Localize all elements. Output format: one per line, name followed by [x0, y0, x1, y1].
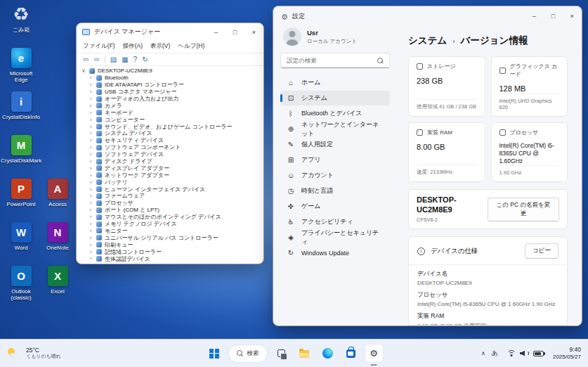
settings-searchbox[interactable] — [280, 53, 390, 68]
sidebar-item-accessibility[interactable]: ♿アクセシビリティ — [280, 214, 390, 229]
chevron-right-icon[interactable]: › — [88, 207, 93, 213]
chevron-right-icon[interactable]: › — [88, 103, 93, 109]
desktop-icon-word[interactable]: WWord — [4, 222, 38, 251]
sidebar-item-label: Bluetooth とデバイス — [301, 109, 362, 118]
device-manager-app-icon — [82, 29, 90, 35]
desktop-icon-onenote[interactable]: NOneNote — [41, 222, 74, 251]
chevron-right-icon[interactable]: › — [88, 193, 93, 199]
devmgr-close-button[interactable]: × — [244, 23, 263, 41]
desktop-icon-label: ごみ箱 — [13, 27, 30, 33]
device-tree-item[interactable]: ›生体認証デバイス — [81, 255, 259, 262]
sidebar-item-time-language[interactable]: ◷時刻と言語 — [280, 184, 390, 198]
settings-minimize-button[interactable]: – — [525, 6, 544, 26]
settings-app-icon — [281, 10, 288, 22]
chevron-right-icon[interactable]: › — [88, 172, 93, 179]
chevron-right-icon[interactable]: › — [88, 214, 93, 220]
taskbar-store-button[interactable] — [341, 344, 360, 363]
account-row[interactable]: Usr ローカル アカウント — [280, 26, 390, 53]
powerpoint-icon: P — [11, 179, 32, 199]
menubar-item-2[interactable]: 表示(V) — [150, 42, 170, 51]
chevron-right-icon[interactable]: › — [88, 242, 93, 248]
chevron-right-icon[interactable]: › — [88, 200, 93, 206]
desktop-icon-edge[interactable]: eMicrosoft Edge — [4, 48, 38, 83]
sidebar-item-system[interactable]: ⊡システム — [280, 91, 390, 105]
taskbar-edge-button[interactable] — [318, 344, 337, 363]
chevron-right-icon[interactable]: › — [88, 228, 93, 234]
sidebar-item-home[interactable]: ⌂ホーム — [280, 75, 390, 90]
taskbar-file-explorer-button[interactable] — [295, 344, 314, 363]
chevron-right-icon[interactable]: › — [88, 235, 93, 241]
settings-maximize-button[interactable]: □ — [544, 6, 563, 26]
desktop-icon-crystaldiskmark[interactable]: MCrystalDiskMark — [4, 135, 38, 164]
taskbar-center: 検索⚙ — [205, 340, 384, 367]
chevron-right-icon[interactable]: › — [88, 89, 93, 95]
help-icon[interactable]: ? — [133, 56, 138, 63]
about-card-storage: ストレージ238 GB使用領域 41 GB / 238 GB — [408, 56, 485, 117]
sidebar-item-apps[interactable]: ⊞アプリ — [280, 153, 390, 167]
sidebar-item-privacy-security[interactable]: ◈プライバシーとセキュリティ — [280, 230, 390, 245]
device-manager-titlebar[interactable]: デバイス マネージャー – □ × — [77, 23, 263, 41]
devmgr-maximize-button[interactable]: □ — [226, 23, 244, 41]
desktop-icon-excel[interactable]: XExcel — [41, 266, 74, 295]
device-spec-header[interactable]: デバイスの仕様 コピー — [417, 243, 558, 259]
chevron-right-icon[interactable]: › — [88, 255, 93, 262]
chevron-right-icon[interactable]: › — [88, 179, 93, 186]
taskbar-settings-button[interactable]: ⚙ — [365, 344, 384, 363]
menubar-item-0[interactable]: ファイル(F) — [83, 42, 115, 51]
chevron-right-icon[interactable]: › — [88, 82, 93, 88]
chevron-right-icon[interactable]: › — [88, 249, 93, 255]
breadcrumb-parent[interactable]: システム — [408, 34, 447, 47]
chevron-right-icon[interactable]: › — [88, 124, 93, 130]
desktop-icon-powerpoint[interactable]: PPowerPoint — [4, 179, 38, 207]
taskbar-start-button[interactable] — [205, 344, 224, 363]
expander-down-icon[interactable]: ∨ — [81, 67, 86, 74]
desktop-icon-label: Microsoft Edge — [4, 70, 38, 83]
properties-icon[interactable]: ▦ — [122, 56, 128, 63]
tray-chevron-up-icon[interactable]: ∧ — [481, 350, 485, 356]
taskbar-clock[interactable]: 9:402025/05/27 — [553, 346, 581, 361]
documentation-icon[interactable]: ▤ — [110, 56, 117, 63]
chevron-right-icon[interactable]: › — [88, 110, 93, 116]
settings-close-button[interactable]: × — [563, 6, 582, 26]
settings-titlebar[interactable]: 設定 – □ × — [273, 6, 582, 26]
chevron-right-icon[interactable]: › — [88, 151, 93, 157]
desktop-icon-outlook[interactable]: OOutlook (classic) — [4, 266, 38, 301]
tray-status-icons[interactable] — [504, 347, 547, 361]
chevron-right-icon[interactable]: › — [88, 137, 93, 143]
sidebar-item-windows-update[interactable]: ↻Windows Update — [280, 245, 390, 260]
chevron-right-icon[interactable]: › — [88, 130, 93, 136]
chevron-right-icon[interactable]: › — [88, 75, 93, 81]
about-card-processor: プロセッサIntel(R) Core(TM) i5-8365U CPU @ 1.… — [491, 122, 568, 182]
sidebar-item-network-internet[interactable]: ⊕ネットワークとインターネット — [280, 122, 390, 136]
chevron-right-icon[interactable]: › — [88, 165, 93, 172]
desktop-icon-access[interactable]: AAccess — [41, 179, 74, 207]
chevron-right-icon[interactable]: › — [88, 117, 93, 123]
desktop-icon-crystaldiskinfo[interactable]: iCrystalDiskInfo — [4, 91, 38, 120]
ime-indicator[interactable]: あ — [492, 349, 498, 358]
chevron-right-icon[interactable]: › — [88, 158, 93, 165]
rename-pc-button[interactable]: この PC の名前を変更 — [488, 198, 559, 221]
sidebar-item-accounts[interactable]: ☺アカウント — [280, 168, 390, 183]
menubar-item-1[interactable]: 操作(A) — [123, 42, 143, 51]
settings-search-input[interactable] — [287, 57, 377, 64]
back-icon[interactable]: ⇦ — [83, 56, 89, 63]
chevron-right-icon[interactable]: › — [88, 186, 93, 193]
sidebar-item-gaming[interactable]: ✜ゲーム — [280, 199, 390, 214]
menubar-item-3[interactable]: ヘルプ(H) — [178, 42, 204, 51]
copy-button[interactable]: コピー — [525, 243, 558, 259]
weather-widget[interactable]: 25°C くもりのち晴れ — [7, 347, 61, 360]
taskbar-search[interactable]: 検索 — [228, 345, 268, 363]
sidebar-item-personalization[interactable]: ✎個人用設定 — [280, 137, 390, 152]
sidebar-item-bluetooth-devices[interactable]: ᛒBluetooth とデバイス — [280, 106, 390, 121]
devmgr-minimize-button[interactable]: – — [207, 23, 226, 41]
device-tree-root[interactable]: ∨DESKTOP-UC2M8E9 — [81, 67, 259, 75]
forward-icon[interactable]: ⇨ — [93, 56, 99, 63]
taskbar-task-view-button[interactable] — [272, 344, 291, 363]
chevron-right-icon[interactable]: › — [88, 96, 93, 102]
desktop-icon-recycle-bin[interactable]: ♻ごみ箱 — [4, 4, 38, 33]
scan-hardware-icon[interactable]: ↻ — [142, 56, 148, 63]
chevron-right-icon[interactable]: › — [88, 221, 93, 227]
start-grid-cell — [209, 349, 214, 353]
chevron-right-icon[interactable]: › — [88, 144, 93, 150]
spec-row-label: 実装 RAM — [417, 312, 558, 321]
